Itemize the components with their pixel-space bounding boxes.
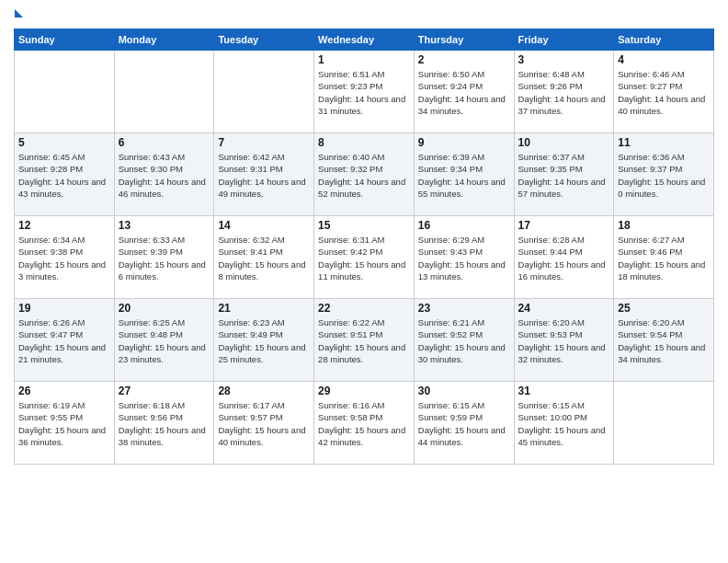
calendar-cell: 3Sunrise: 6:48 AMSunset: 9:26 PMDaylight… bbox=[514, 51, 614, 133]
day-info: Sunrise: 6:16 AMSunset: 9:58 PMDaylight:… bbox=[318, 399, 410, 448]
calendar-cell: 1Sunrise: 6:51 AMSunset: 9:23 PMDaylight… bbox=[314, 51, 415, 133]
day-info: Sunrise: 6:39 AMSunset: 9:34 PMDaylight:… bbox=[418, 151, 510, 200]
calendar-table: Sunday Monday Tuesday Wednesday Thursday… bbox=[14, 29, 714, 465]
calendar-cell: 2Sunrise: 6:50 AMSunset: 9:24 PMDaylight… bbox=[414, 51, 514, 133]
calendar-cell: 21Sunrise: 6:23 AMSunset: 9:49 PMDayligh… bbox=[214, 299, 314, 382]
calendar-week-row: 5Sunrise: 6:45 AMSunset: 9:28 PMDaylight… bbox=[15, 133, 714, 216]
day-info: Sunrise: 6:45 AMSunset: 9:28 PMDaylight:… bbox=[18, 151, 110, 200]
day-number: 17 bbox=[518, 219, 610, 232]
day-number: 23 bbox=[418, 302, 510, 315]
day-number: 10 bbox=[518, 136, 610, 149]
day-info: Sunrise: 6:32 AMSunset: 9:41 PMDaylight:… bbox=[218, 234, 310, 282]
calendar-cell: 29Sunrise: 6:16 AMSunset: 9:58 PMDayligh… bbox=[314, 382, 415, 465]
day-info: Sunrise: 6:33 AMSunset: 9:39 PMDaylight:… bbox=[119, 234, 210, 282]
header-monday: Monday bbox=[114, 29, 214, 51]
calendar-cell: 15Sunrise: 6:31 AMSunset: 9:42 PMDayligh… bbox=[314, 216, 415, 299]
calendar-cell bbox=[15, 51, 115, 133]
day-info: Sunrise: 6:19 AMSunset: 9:55 PMDaylight:… bbox=[18, 399, 110, 448]
day-info: Sunrise: 6:42 AMSunset: 9:31 PMDaylight:… bbox=[218, 151, 310, 200]
header-friday: Friday bbox=[514, 29, 614, 51]
calendar-cell: 16Sunrise: 6:29 AMSunset: 9:43 PMDayligh… bbox=[414, 216, 514, 299]
header-saturday: Saturday bbox=[614, 29, 714, 51]
calendar-cell: 26Sunrise: 6:19 AMSunset: 9:55 PMDayligh… bbox=[15, 382, 115, 465]
day-info: Sunrise: 6:48 AMSunset: 9:26 PMDaylight:… bbox=[518, 68, 610, 117]
day-info: Sunrise: 6:25 AMSunset: 9:48 PMDaylight:… bbox=[119, 316, 210, 365]
day-number: 31 bbox=[518, 385, 610, 397]
day-info: Sunrise: 6:36 AMSunset: 9:37 PMDaylight:… bbox=[618, 151, 710, 200]
day-info: Sunrise: 6:31 AMSunset: 9:42 PMDaylight:… bbox=[318, 234, 410, 282]
day-number: 25 bbox=[618, 302, 710, 315]
calendar-cell: 8Sunrise: 6:40 AMSunset: 9:32 PMDaylight… bbox=[314, 133, 415, 216]
calendar-cell: 17Sunrise: 6:28 AMSunset: 9:44 PMDayligh… bbox=[514, 216, 614, 299]
day-number: 15 bbox=[318, 219, 410, 232]
day-number: 26 bbox=[18, 385, 110, 397]
calendar-week-row: 12Sunrise: 6:34 AMSunset: 9:38 PMDayligh… bbox=[15, 216, 714, 299]
calendar-week-row: 19Sunrise: 6:26 AMSunset: 9:47 PMDayligh… bbox=[15, 299, 714, 382]
day-info: Sunrise: 6:43 AMSunset: 9:30 PMDaylight:… bbox=[119, 151, 210, 200]
day-number: 11 bbox=[618, 136, 710, 149]
day-number: 22 bbox=[318, 302, 410, 315]
day-number: 1 bbox=[318, 53, 410, 66]
day-info: Sunrise: 6:51 AMSunset: 9:23 PMDaylight:… bbox=[318, 68, 410, 117]
day-number: 8 bbox=[318, 136, 410, 149]
day-number: 5 bbox=[18, 136, 110, 149]
header-thursday: Thursday bbox=[414, 29, 514, 51]
day-info: Sunrise: 6:34 AMSunset: 9:38 PMDaylight:… bbox=[18, 234, 110, 282]
day-info: Sunrise: 6:29 AMSunset: 9:43 PMDaylight:… bbox=[418, 234, 510, 282]
calendar-cell: 14Sunrise: 6:32 AMSunset: 9:41 PMDayligh… bbox=[214, 216, 314, 299]
day-info: Sunrise: 6:21 AMSunset: 9:52 PMDaylight:… bbox=[418, 316, 510, 365]
day-info: Sunrise: 6:28 AMSunset: 9:44 PMDaylight:… bbox=[518, 234, 610, 282]
calendar-cell: 27Sunrise: 6:18 AMSunset: 9:56 PMDayligh… bbox=[114, 382, 214, 465]
day-info: Sunrise: 6:15 AMSunset: 10:00 PMDaylight… bbox=[518, 399, 610, 448]
day-number: 27 bbox=[119, 385, 210, 397]
calendar-cell bbox=[114, 51, 214, 133]
day-number: 16 bbox=[418, 219, 510, 232]
calendar-cell: 13Sunrise: 6:33 AMSunset: 9:39 PMDayligh… bbox=[114, 216, 214, 299]
calendar-cell: 4Sunrise: 6:46 AMSunset: 9:27 PMDaylight… bbox=[614, 51, 714, 133]
day-info: Sunrise: 6:50 AMSunset: 9:24 PMDaylight:… bbox=[418, 68, 510, 117]
day-info: Sunrise: 6:23 AMSunset: 9:49 PMDaylight:… bbox=[218, 316, 310, 365]
calendar-cell: 19Sunrise: 6:26 AMSunset: 9:47 PMDayligh… bbox=[15, 299, 115, 382]
day-info: Sunrise: 6:27 AMSunset: 9:46 PMDaylight:… bbox=[618, 234, 710, 282]
day-number: 18 bbox=[618, 219, 710, 232]
calendar-cell: 20Sunrise: 6:25 AMSunset: 9:48 PMDayligh… bbox=[114, 299, 214, 382]
calendar-cell: 23Sunrise: 6:21 AMSunset: 9:52 PMDayligh… bbox=[414, 299, 514, 382]
calendar-cell bbox=[214, 51, 314, 133]
day-info: Sunrise: 6:20 AMSunset: 9:54 PMDaylight:… bbox=[618, 316, 710, 365]
day-number: 21 bbox=[218, 302, 310, 315]
day-number: 24 bbox=[518, 302, 610, 315]
day-info: Sunrise: 6:17 AMSunset: 9:57 PMDaylight:… bbox=[218, 399, 310, 448]
calendar-week-row: 26Sunrise: 6:19 AMSunset: 9:55 PMDayligh… bbox=[15, 382, 714, 465]
calendar-cell: 9Sunrise: 6:39 AMSunset: 9:34 PMDaylight… bbox=[414, 133, 514, 216]
calendar-body: 1Sunrise: 6:51 AMSunset: 9:23 PMDaylight… bbox=[15, 51, 714, 465]
day-info: Sunrise: 6:40 AMSunset: 9:32 PMDaylight:… bbox=[318, 151, 410, 200]
day-info: Sunrise: 6:20 AMSunset: 9:53 PMDaylight:… bbox=[518, 316, 610, 365]
day-number: 3 bbox=[518, 53, 610, 66]
day-info: Sunrise: 6:15 AMSunset: 9:59 PMDaylight:… bbox=[418, 399, 510, 448]
page-header bbox=[14, 9, 714, 21]
calendar-cell: 11Sunrise: 6:36 AMSunset: 9:37 PMDayligh… bbox=[614, 133, 714, 216]
calendar-cell: 30Sunrise: 6:15 AMSunset: 9:59 PMDayligh… bbox=[414, 382, 514, 465]
day-number: 29 bbox=[318, 385, 410, 397]
header-sunday: Sunday bbox=[15, 29, 115, 51]
day-info: Sunrise: 6:26 AMSunset: 9:47 PMDaylight:… bbox=[18, 316, 110, 365]
day-number: 14 bbox=[218, 219, 310, 232]
day-info: Sunrise: 6:22 AMSunset: 9:51 PMDaylight:… bbox=[318, 316, 410, 365]
calendar-week-row: 1Sunrise: 6:51 AMSunset: 9:23 PMDaylight… bbox=[15, 51, 714, 133]
day-info: Sunrise: 6:18 AMSunset: 9:56 PMDaylight:… bbox=[119, 399, 210, 448]
day-number: 9 bbox=[418, 136, 510, 149]
calendar-cell: 12Sunrise: 6:34 AMSunset: 9:38 PMDayligh… bbox=[15, 216, 115, 299]
calendar-cell: 18Sunrise: 6:27 AMSunset: 9:46 PMDayligh… bbox=[614, 216, 714, 299]
days-header-row: Sunday Monday Tuesday Wednesday Thursday… bbox=[15, 29, 714, 51]
day-info: Sunrise: 6:37 AMSunset: 9:35 PMDaylight:… bbox=[518, 151, 610, 200]
calendar-cell: 7Sunrise: 6:42 AMSunset: 9:31 PMDaylight… bbox=[214, 133, 314, 216]
logo bbox=[14, 9, 23, 21]
header-tuesday: Tuesday bbox=[214, 29, 314, 51]
day-number: 13 bbox=[119, 219, 210, 232]
calendar-cell: 10Sunrise: 6:37 AMSunset: 9:35 PMDayligh… bbox=[514, 133, 614, 216]
day-number: 6 bbox=[119, 136, 210, 149]
day-number: 4 bbox=[618, 53, 710, 66]
calendar-cell: 22Sunrise: 6:22 AMSunset: 9:51 PMDayligh… bbox=[314, 299, 415, 382]
calendar-cell: 28Sunrise: 6:17 AMSunset: 9:57 PMDayligh… bbox=[214, 382, 314, 465]
calendar-cell: 31Sunrise: 6:15 AMSunset: 10:00 PMDaylig… bbox=[514, 382, 614, 465]
